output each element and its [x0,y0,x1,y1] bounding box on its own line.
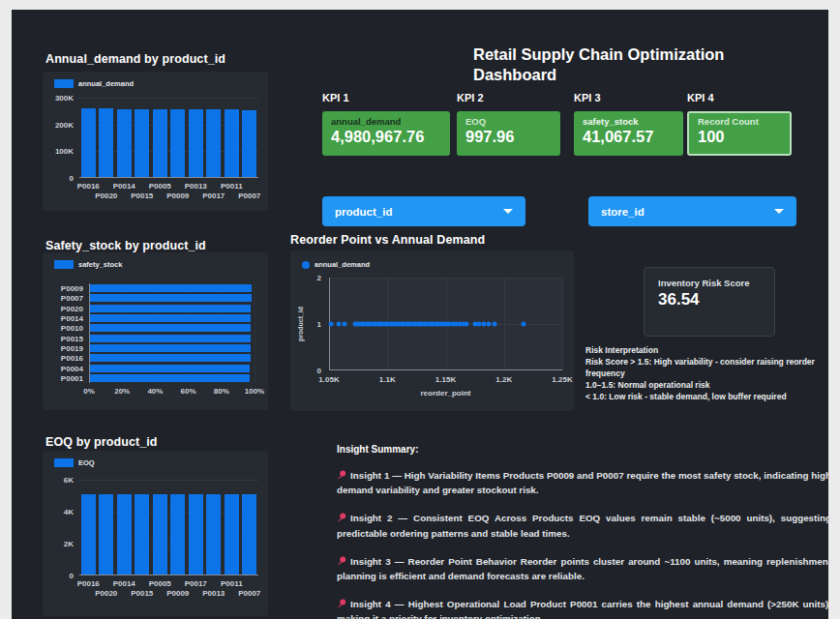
chevron-down-icon [774,209,784,214]
bar[interactable] [206,109,221,177]
product-id-filter-dropdown[interactable]: product_id [322,196,525,226]
legend-label: annual_demand [78,79,134,88]
kpi-value: 41,067.57 [583,128,675,146]
bar[interactable] [225,109,239,177]
kpi-heading: KPI 4 [687,92,792,103]
safety-stock-bar-chart: 0%20%40%60%80%100%P0009P0007P0020P0014P0… [43,252,268,410]
x-tick-label: 100% [245,387,264,396]
scatter-dot[interactable] [336,322,341,327]
x-tick-label: P0016 [77,182,100,191]
bar[interactable] [90,365,250,372]
chart-legend[interactable]: safety_stock [54,260,122,269]
bar[interactable] [170,109,185,177]
chart-legend[interactable]: annual_demand [302,260,370,269]
x-axis-line [79,575,258,575]
bar[interactable] [99,108,113,177]
risk-interpretation: Risk Interpretation Risk Score > 1.5: Hi… [585,344,840,402]
bar[interactable] [90,305,251,312]
chart-legend[interactable]: EOQ [54,458,95,467]
y-axis-title: product_id [297,307,304,341]
bar[interactable] [225,494,239,575]
insight-item: Insight 3 — Reorder Point Behavior Reord… [337,554,831,583]
risk-interpretation-line: < 1.0: Low risk - stable demand, low buf… [585,391,840,402]
x-tick-label: P0005 [149,182,171,191]
bar[interactable] [81,108,96,177]
x-tick-label: P0011 [221,579,243,588]
chart-legend[interactable]: annual_demand [54,79,134,88]
store-id-filter-dropdown[interactable]: store_id [588,196,796,226]
dropdown-label: product_id [335,206,392,218]
bar[interactable] [153,109,167,177]
bar[interactable] [90,284,252,292]
scatter-dot[interactable] [493,322,497,327]
bar[interactable] [90,344,251,352]
bar[interactable] [135,109,149,177]
kpi-safety-stock: KPI 3 safety_stock 41,067.57 [574,92,683,156]
y-tick-label: 100K [48,147,74,156]
bar[interactable] [99,494,113,575]
kpi-label: safety_stock [583,116,675,127]
eoq-bar-chart: 6K4K2K0P0016P0020P0014P0015P0005P0009P00… [43,451,268,616]
kpi-card: annual_demand 4,980,967.76 [322,111,450,156]
scatter-dot[interactable] [342,322,346,327]
category-label: P0019 [46,343,83,352]
category-label: P0007 [46,294,83,303]
pushpin-icon [337,556,346,566]
bar[interactable] [153,494,167,575]
kpi-annual-demand: KPI 1 annual_demand 4,980,967.76 [322,92,450,156]
y-tick-label: 6K [48,476,74,485]
bar[interactable] [242,110,256,177]
bar[interactable] [189,109,203,177]
bar[interactable] [90,374,250,382]
bar[interactable] [90,324,251,332]
legend-swatch-icon [54,458,74,467]
bar[interactable] [170,494,185,575]
insight-summary: Insight Summary: Insight 1 — High Variab… [337,444,831,619]
plot-area: 2101.05K1.1K1.15K1.2K1.25Kreorder_point [329,278,562,370]
x-tick-label: 0% [83,387,95,396]
y-tick-label: 0 [48,174,74,183]
category-label: P0020 [46,304,83,312]
insight-text: Insight 3 — Reorder Point Behavior Reord… [337,556,831,581]
x-tick-label: P0005 [149,579,171,588]
bar[interactable] [90,314,251,322]
kpi-label: Record Count [698,116,781,127]
scatter-dot[interactable] [329,322,334,327]
category-label: P0001 [46,373,83,382]
category-label: P0016 [46,354,83,363]
gridline [79,480,258,481]
inventory-risk-score-card: Inventory Risk Score 36.54 [644,267,775,337]
bar[interactable] [117,494,132,575]
bar[interactable] [242,494,256,575]
y-tick-label: 300K [48,94,74,103]
category-label: P0014 [46,314,83,323]
gridline [504,278,505,370]
bar[interactable] [90,294,252,302]
bar[interactable] [117,109,132,177]
x-tick-label: P0017 [202,192,225,200]
y-tick-label: 2K [48,539,74,547]
bar[interactable] [81,494,96,575]
kpi-card: EOQ 997.96 [457,111,560,156]
scatter-dot[interactable] [522,322,526,327]
reorder-scatter-chart: 2101.05K1.1K1.15K1.2K1.25Kreorder_pointa… [290,251,574,411]
bar[interactable] [135,494,149,575]
bar[interactable] [90,354,251,362]
insight-item: Insight 4 — Highest Operational Load Pro… [337,597,831,619]
bar[interactable] [206,494,221,575]
x-tick-label: P0015 [131,589,153,598]
scatter-dot[interactable] [487,322,492,327]
bar[interactable] [90,335,251,342]
gridline [562,278,563,370]
x-tick-label: 20% [114,387,130,396]
x-tick-label: P0014 [113,182,135,191]
chart-title-safety-stock: Safety_stock by product_id [45,239,206,252]
kpi-label: EOQ [465,116,552,127]
x-tick-label: 1.15K [435,375,456,384]
scatter-dot[interactable] [465,322,469,327]
bar[interactable] [189,494,203,575]
x-tick-label: P0013 [185,182,207,191]
kpi-eoq: KPI 2 EOQ 997.96 [457,92,560,156]
pushpin-icon [337,470,346,480]
x-tick-label: 80% [214,387,229,396]
